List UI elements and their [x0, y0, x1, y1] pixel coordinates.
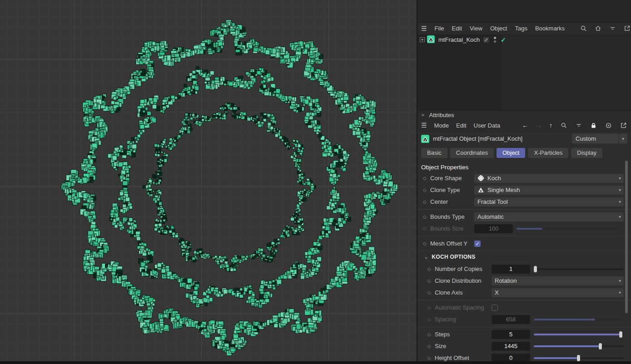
scrollbar-thumb[interactable] [625, 161, 628, 313]
panel-top-band [417, 0, 631, 23]
bounds-size-label: Bounds Size [430, 225, 474, 232]
row-spacing: ◇ Spacing 658 [417, 314, 631, 325]
application-window: ☰ File Edit View Object Tags Bookmarks [0, 0, 631, 364]
height-offset-label: Height Offset [435, 354, 492, 361]
edit-toggle-icon[interactable] [482, 36, 490, 44]
history-forward-icon[interactable]: → [536, 122, 542, 129]
fractal-viewport-canvas[interactable] [0, 0, 417, 364]
row-bounds-type: ◇ Bounds Type Automatic ▾ [417, 211, 631, 223]
object-manager-list[interactable]: mtFractal_Koch ✓ [417, 35, 631, 110]
object-item-mtfractal[interactable]: mtFractal_Koch ✓ [417, 35, 631, 45]
tab-x-particles[interactable]: X-Particles [528, 148, 568, 158]
center-dropdown[interactable]: Fractal Tool ▾ [474, 197, 624, 207]
core-shape-label: Core Shape [430, 175, 474, 182]
expand-icon[interactable] [420, 37, 425, 42]
koch-options-header[interactable]: ⌄ KOCH OPTIONS [417, 251, 631, 263]
close-icon[interactable]: × [421, 112, 425, 118]
bounds-type-value: Automatic [477, 213, 504, 220]
row-core-shape: ◇ Core Shape Koch ▾ [417, 172, 631, 184]
number-of-copies-input[interactable]: 1 [492, 265, 530, 274]
menu-edit[interactable]: Edit [456, 122, 466, 129]
key-diamond-icon[interactable]: ◇ [427, 344, 435, 349]
attributes-object-header: mtFractal Object [mtFractal_Koch] Custom… [417, 132, 631, 146]
viewport-3d[interactable] [0, 0, 417, 364]
external-link-icon[interactable] [624, 25, 631, 32]
clone-axis-dropdown[interactable]: X ▾ [492, 288, 624, 297]
row-center: ◇ Center Fractal Tool ▾ [417, 196, 631, 208]
key-diamond-icon[interactable]: ◇ [427, 290, 435, 295]
attributes-titlebar: × Attributes [417, 110, 631, 119]
row-mesh-offset-y: ◇ Mesh Offset Y ✓ [417, 238, 631, 250]
key-diamond-icon[interactable]: ◇ [423, 214, 430, 219]
bottom-edge-strip [0, 361, 631, 364]
clone-distribution-dropdown[interactable]: Rotation ▾ [492, 276, 624, 285]
bounds-type-dropdown[interactable]: Automatic ▾ [474, 212, 624, 221]
hamburger-icon[interactable]: ☰ [421, 122, 427, 128]
koch-options-title: KOCH OPTIONS [432, 254, 475, 260]
number-of-copies-slider[interactable] [534, 265, 624, 274]
divider [417, 300, 631, 300]
bounds-size-input: 100 [474, 224, 513, 233]
clone-distribution-value: Rotation [495, 277, 517, 284]
chevron-down-icon[interactable]: ▾ [618, 134, 627, 143]
key-diamond-icon[interactable]: ◇ [427, 355, 435, 360]
key-diamond-icon[interactable]: ◇ [423, 199, 430, 204]
mesh-offset-y-checkbox[interactable]: ✓ [474, 241, 481, 247]
filter-icon[interactable] [609, 25, 616, 32]
target-icon[interactable] [605, 122, 612, 129]
search-icon[interactable] [580, 25, 587, 32]
menu-tags[interactable]: Tags [515, 25, 527, 32]
enabled-check-icon[interactable]: ✓ [501, 36, 506, 44]
preset-value[interactable]: Custom [572, 134, 618, 143]
core-shape-value: Koch [487, 175, 501, 182]
key-diamond-icon[interactable]: ◇ [427, 332, 435, 337]
tab-coordinates[interactable]: Coordinates [450, 148, 494, 158]
menu-user-data[interactable]: User Data [474, 122, 501, 129]
filter-icon[interactable] [575, 122, 582, 129]
key-diamond-icon[interactable]: ◇ [423, 187, 430, 192]
chevron-down-icon: ▾ [619, 214, 621, 219]
chevron-down-icon: ▾ [619, 290, 621, 295]
home-icon[interactable] [595, 25, 601, 32]
center-value: Fractal Tool [477, 198, 508, 205]
menu-edit[interactable]: Edit [452, 25, 462, 32]
preset-dropdown[interactable]: Custom ▾ [572, 134, 627, 143]
menu-object[interactable]: Object [490, 25, 507, 32]
attributes-tabs: Basic Coordinates Object X-Particles Dis… [417, 146, 631, 160]
visibility-dots-icon[interactable] [494, 37, 496, 43]
row-clone-type: ◇ Clone Type Single Mesh ▾ [417, 184, 631, 196]
menu-bookmarks[interactable]: Bookmarks [535, 25, 565, 32]
steps-slider[interactable] [534, 330, 624, 339]
search-icon[interactable] [560, 122, 567, 129]
lock-icon[interactable] [590, 122, 597, 129]
key-diamond-icon[interactable]: ◇ [423, 176, 430, 181]
history-back-icon[interactable]: ← [522, 122, 528, 129]
size-slider[interactable] [534, 342, 624, 351]
clone-type-dropdown[interactable]: Single Mesh ▾ [474, 186, 624, 195]
mtfractal-object-icon [421, 135, 429, 143]
core-shape-dropdown[interactable]: Koch ▾ [474, 174, 624, 183]
row-number-of-copies: ◇ Number of Copies 1 [417, 263, 631, 275]
row-clone-distribution: ◇ Clone Distribution Rotation ▾ [417, 275, 631, 287]
external-link-icon[interactable] [620, 122, 627, 129]
object-header-title: mtFractal Object [mtFractal_Koch] [433, 135, 568, 142]
row-automatic-spacing: ◇ Automatic Spacing [417, 302, 631, 314]
parent-up-icon[interactable]: ↑ [549, 122, 552, 129]
key-diamond-icon[interactable]: ◇ [423, 241, 430, 246]
object-name-label[interactable]: mtFractal_Koch [438, 36, 480, 43]
center-label: Center [430, 198, 474, 205]
tab-display[interactable]: Display [571, 148, 602, 158]
menu-view[interactable]: View [470, 25, 482, 32]
row-size: ◇ Size 1445 [417, 340, 631, 352]
automatic-spacing-label: Automatic Spacing [435, 304, 492, 311]
tab-object[interactable]: Object [497, 148, 526, 158]
menu-mode[interactable]: Mode [434, 122, 449, 129]
tab-basic[interactable]: Basic [421, 148, 447, 158]
menu-file[interactable]: File [435, 25, 444, 32]
steps-input[interactable]: 5 [492, 330, 530, 339]
size-input[interactable]: 1445 [492, 342, 530, 351]
clone-axis-value: X [495, 289, 499, 296]
key-diamond-icon[interactable]: ◇ [427, 278, 435, 283]
hamburger-icon[interactable]: ☰ [421, 25, 427, 32]
key-diamond-icon[interactable]: ◇ [427, 266, 435, 271]
